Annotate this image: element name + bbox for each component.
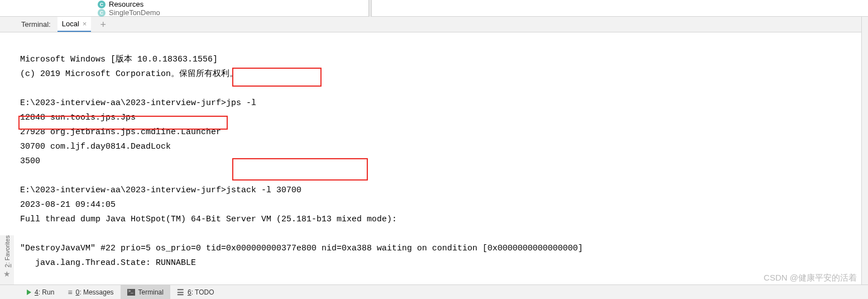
messages-icon: ≡ (68, 288, 72, 297)
tree-item-singleton[interactable]: C SingleTonDemo (98, 8, 868, 17)
star-icon: ★ (3, 269, 11, 278)
terminal-tab-local[interactable]: Local × (57, 17, 92, 32)
run-icon (27, 289, 31, 295)
console-line: (c) 2019 Microsoft Corporation。保留所有权利。 (20, 69, 238, 79)
bottom-toolbar: 4: Run ≡ 0: Messages Terminal ☰ 6: TODO (0, 284, 868, 299)
close-icon[interactable]: × (83, 20, 87, 28)
terminal-header: Terminal: Local × + (0, 17, 868, 32)
toolbar-todo[interactable]: ☰ 6: TODO (170, 285, 221, 300)
highlight-box-jps (232, 68, 322, 87)
console-line: 12848 sun.tools.jps.Jps (20, 113, 136, 122)
class-icon: C (98, 1, 105, 8)
tab-label: Local (62, 20, 79, 28)
console-line: 3500 (20, 156, 40, 166)
tree-item-resources[interactable]: C Resources (98, 0, 868, 8)
terminal-icon (127, 289, 135, 296)
watermark: CSDN @健康平安的活着 (764, 273, 857, 283)
toolbar-terminal[interactable]: Terminal (121, 285, 170, 300)
toolbar-run[interactable]: 4: Run (20, 285, 61, 300)
tree-item-label: SingleTonDemo (109, 8, 160, 17)
tree-item-label: Resources (109, 0, 143, 8)
console-line: E:\2023-interview-aa\2023-interview-jurf… (20, 98, 256, 108)
console-line: Full thread dump Java HotSpot(TM) 64-Bit… (20, 215, 397, 224)
terminal-panel-label: Terminal: (21, 20, 51, 29)
console-line: Microsoft Windows [版本 10.0.18363.1556] (20, 55, 218, 64)
console-line: "DestroyJavaVM" #22 prio=5 os_prio=0 tid… (20, 244, 583, 253)
toolbar-messages[interactable]: ≡ 0: Messages (61, 285, 120, 300)
console-line: E:\2023-interview-aa\2023-interview-jurf… (20, 186, 301, 195)
project-tree-area: C Resources C SingleTonDemo (0, 0, 868, 17)
console-line: 2023-08-21 09:44:05 (20, 200, 116, 210)
highlight-box-jstack (232, 158, 368, 181)
add-tab-button[interactable]: + (100, 20, 106, 30)
right-gutter (861, 17, 868, 284)
pane-divider[interactable] (368, 0, 372, 17)
sidebar-item-favorites[interactable]: 2: Favorites (4, 235, 11, 267)
class-icon: C (98, 9, 105, 17)
terminal-console[interactable]: Microsoft Windows [版本 10.0.18363.1556] (… (0, 32, 868, 278)
left-sidebar: 2: Favorites ★ (0, 235, 14, 291)
console-line: java.lang.Thread.State: RUNNABLE (20, 258, 196, 268)
console-line: 27928 org.jetbrains.jps.cmdline.Launcher (20, 127, 221, 137)
todo-icon: ☰ (177, 288, 184, 297)
console-line: 30700 com.ljf.day0814.DeadLock (20, 142, 171, 151)
